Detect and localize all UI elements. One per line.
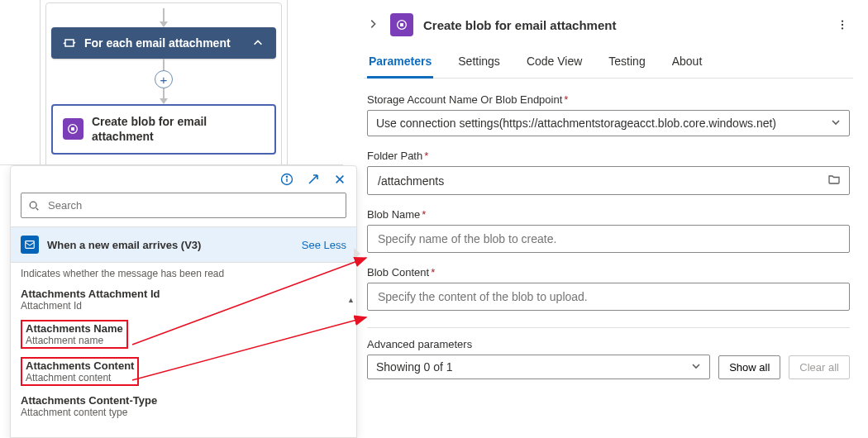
- trigger-section-header[interactable]: When a new email arrives (V3) See Less: [11, 226, 356, 263]
- blob-storage-icon: [63, 118, 83, 140]
- create-blob-label: Create blob for email attachment: [92, 114, 265, 144]
- foreach-card[interactable]: For each email attachment: [51, 27, 276, 59]
- svg-point-11: [842, 24, 843, 26]
- storage-label: Storage Account Name Or Blob Endpoint*: [367, 93, 850, 106]
- search-input[interactable]: [21, 193, 346, 218]
- svg-rect-7: [26, 241, 35, 249]
- prev-item-desc: Indicates whether the message has been r…: [21, 268, 346, 279]
- chevron-down-icon: [691, 360, 701, 374]
- highlight-attachments-name: Attachments Name Attachment name: [21, 320, 128, 349]
- advanced-label: Advanced parameters: [367, 338, 850, 350]
- svg-rect-9: [400, 23, 403, 26]
- loop-icon: [63, 36, 76, 50]
- dynamic-item-attachments-content[interactable]: Attachments Content Attachment content: [26, 359, 134, 383]
- folder-icon[interactable]: [827, 173, 841, 188]
- svg-rect-1: [71, 127, 74, 131]
- expand-icon[interactable]: [307, 173, 320, 186]
- trigger-name: When a new email arrives (V3): [47, 239, 293, 251]
- dynamic-item-content-type[interactable]: Attachments Content-Type Attachment cont…: [21, 394, 346, 418]
- see-less-link[interactable]: See Less: [302, 239, 346, 251]
- clear-all-button: Clear all: [789, 355, 850, 379]
- advanced-params-select[interactable]: Showing 0 of 1: [367, 355, 710, 379]
- dynamic-content-panel: When a new email arrives (V3) See Less ▲…: [10, 165, 357, 438]
- dynamic-item-attachments-name[interactable]: Attachments Name Attachment name: [26, 322, 123, 346]
- blob-content-input[interactable]: [367, 283, 850, 311]
- chevron-up-icon[interactable]: [251, 36, 265, 50]
- folder-label: Folder Path*: [367, 150, 850, 162]
- scroll-indicator-icon: ▲: [347, 296, 355, 304]
- action-detail-panel: Create blob for email attachment Paramet…: [355, 0, 868, 438]
- outlook-icon: [21, 236, 39, 254]
- folder-path-input[interactable]: [367, 166, 850, 195]
- info-icon[interactable]: [280, 173, 293, 186]
- tab-parameters[interactable]: Parameters: [367, 48, 433, 79]
- blob-name-input[interactable]: [367, 225, 850, 253]
- search-icon: [28, 200, 40, 212]
- svg-point-10: [842, 20, 843, 21]
- svg-line-6: [36, 207, 39, 210]
- chevron-down-icon: [831, 117, 841, 130]
- blob-storage-icon: [390, 13, 413, 36]
- svg-point-12: [842, 27, 843, 29]
- dynamic-item-attachment-id[interactable]: Attachments Attachment Id Attachment Id: [21, 288, 346, 312]
- add-action-button[interactable]: +: [155, 70, 173, 88]
- foreach-label: For each email attachment: [84, 36, 243, 50]
- storage-account-select[interactable]: Use connection settings(https://attachme…: [367, 110, 850, 136]
- show-all-button[interactable]: Show all: [718, 355, 780, 379]
- more-menu-icon[interactable]: [835, 17, 850, 32]
- tab-code-view[interactable]: Code View: [525, 48, 584, 78]
- blobcontent-label: Blob Content*: [367, 266, 850, 279]
- search-field[interactable]: [46, 198, 339, 212]
- collapse-chevron-icon[interactable]: [367, 18, 380, 31]
- svg-point-5: [30, 202, 36, 208]
- close-icon[interactable]: [333, 173, 346, 186]
- blobname-label: Blob Name*: [367, 208, 850, 221]
- create-blob-card[interactable]: Create blob for email attachment: [51, 104, 276, 154]
- svg-point-4: [286, 176, 287, 177]
- tab-settings[interactable]: Settings: [456, 48, 502, 78]
- tab-about[interactable]: About: [670, 48, 704, 78]
- tab-testing[interactable]: Testing: [607, 48, 646, 78]
- designer-canvas: For each email attachment + Create blob …: [0, 0, 343, 165]
- highlight-attachments-content: Attachments Content Attachment content: [21, 357, 139, 386]
- tabs: Parameters Settings Code View Testing Ab…: [364, 48, 853, 79]
- detail-title: Create blob for email attachment: [423, 18, 825, 32]
